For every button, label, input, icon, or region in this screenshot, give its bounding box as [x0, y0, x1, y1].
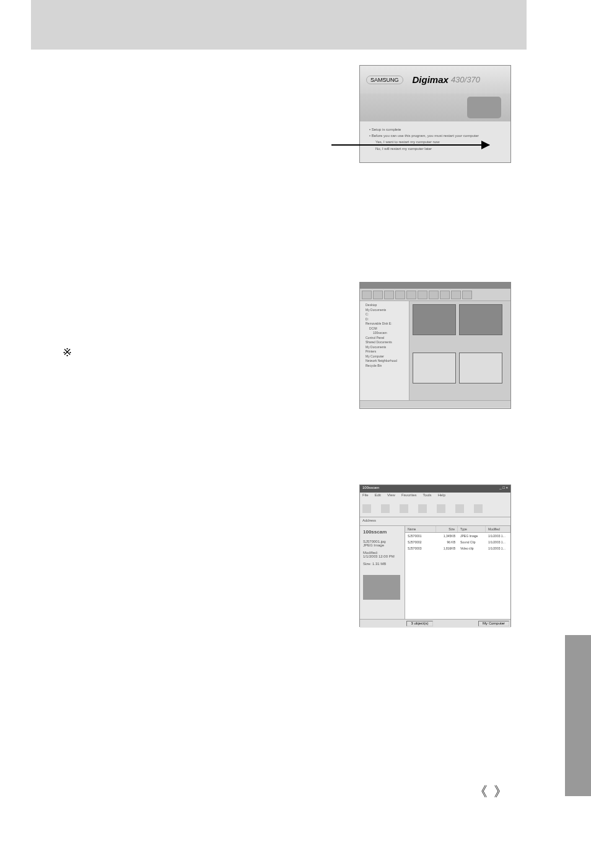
filelist-header: Name Size Type Modified: [405, 526, 510, 533]
header-bar: [31, 0, 527, 50]
installer-hero: [360, 94, 510, 121]
installer-subtext: • Before you can use this program, you m…: [369, 133, 501, 139]
viewer-tree: Desktop My Documents C: D: Removable Dis…: [360, 301, 409, 400]
window-controls: _ □ ×: [499, 486, 508, 492]
address-label: Address: [362, 519, 376, 522]
up-icon: [400, 504, 408, 513]
page-mark-right: 》: [494, 784, 514, 799]
reference-mark: ※: [63, 346, 72, 359]
file-size-cell: 1,345KB: [436, 533, 458, 538]
thumbnail: [459, 353, 502, 384]
tree-node: Desktop: [362, 303, 407, 308]
file-modified: 1/1/2003 12:00 PM: [363, 555, 401, 558]
explorer-filelist: Name Size Type Modified SJ570001 1,345KB…: [405, 526, 510, 619]
file-mod-cell: 1/1/2003 1...: [486, 546, 510, 551]
file-row: SJ570001 1,345KB JPEG Image 1/1/2003 1..…: [405, 533, 510, 539]
explorer-toolbar: [360, 500, 510, 517]
viewer-titlebar: [360, 283, 510, 289]
product-model: 430/370: [451, 75, 480, 84]
file-name: SJ570003: [405, 546, 436, 551]
col-type: Type: [458, 526, 486, 532]
tree-node: 100sscam: [362, 331, 407, 336]
file-type-cell: Sound Clip: [458, 540, 486, 545]
tree-node: Network Neighborhood: [362, 359, 407, 364]
thumbnail: [413, 304, 456, 335]
forward-icon: [381, 504, 390, 513]
file-mod-cell: 1/1/2003 1...: [486, 540, 510, 545]
tree-node: My Documents: [362, 345, 407, 350]
explorer-titlebar: 100sscam _ □ ×: [360, 485, 510, 493]
back-icon: [362, 504, 371, 513]
explorer-menubar: File Edit View Favorites Tools Help: [360, 493, 510, 500]
menu-item: View: [387, 493, 395, 499]
tree-node: D:: [362, 317, 407, 322]
tree-node: Printers: [362, 349, 407, 354]
col-size: Size: [436, 526, 458, 532]
toolbar-button: [451, 291, 461, 299]
toolbar-button: [406, 291, 416, 299]
menu-item: Help: [438, 493, 445, 499]
col-modified: Modified: [486, 526, 510, 532]
tree-node: C:: [362, 312, 407, 317]
file-row: SJ570002 96 KB Sound Clip 1/1/2003 1...: [405, 539, 510, 545]
file-row: SJ570003 1,816KB Video clip 1/1/2003 1..…: [405, 545, 510, 551]
file-size-label: Size:: [363, 562, 371, 566]
file-name: SJ570001: [405, 533, 436, 538]
toolbar-button: [373, 291, 383, 299]
brand-logo: SAMSUNG: [366, 76, 403, 84]
screenshot-viewer: Desktop My Documents C: D: Removable Dis…: [359, 282, 511, 409]
thumbnail: [413, 353, 456, 384]
file-name: SJ570002: [405, 540, 436, 545]
toolbar-button: [395, 291, 405, 299]
search-icon: [418, 504, 427, 513]
file-mod-cell: 1/1/2003 1...: [486, 533, 510, 538]
col-name: Name: [405, 526, 436, 532]
camera-icon: [467, 97, 501, 118]
views-icon: [474, 504, 483, 513]
file-type-cell: JPEG Image: [458, 533, 486, 538]
file-type: JPEG Image: [363, 543, 401, 547]
screenshot-explorer: 100sscam _ □ × File Edit View Favorites …: [359, 484, 511, 627]
side-tab: [565, 635, 591, 796]
explorer-sidepanel: 100sscam SJ570001.jpg JPEG Image Modifie…: [360, 526, 405, 619]
folders-icon: [437, 504, 445, 513]
installer-title: SAMSUNG Digimax 430/370: [360, 66, 510, 94]
file-type-cell: Video clip: [458, 546, 486, 551]
file-size-cell: 1,816KB: [436, 546, 458, 551]
menu-item: Edit: [375, 493, 381, 499]
tree-node: Control Panel: [362, 336, 407, 341]
file-size-cell: 96 KB: [436, 540, 458, 545]
viewer-toolbar: [360, 289, 510, 301]
installer-options: • Setup is complete • Before you can use…: [360, 121, 510, 157]
viewer-statusbar: [360, 400, 510, 408]
file-size: 1.31 MB: [372, 562, 386, 566]
toolbar-button: [440, 291, 450, 299]
explorer-title-text: 100sscam: [362, 486, 379, 492]
menu-item: Tools: [423, 493, 432, 499]
status-left: 3 object(s): [406, 621, 432, 626]
preview-thumbnail: [363, 575, 400, 600]
callout-arrow: [331, 144, 489, 146]
viewer-thumbnails: [409, 301, 510, 400]
toolbar-button: [418, 291, 427, 299]
page-mark-left: 《: [474, 784, 494, 799]
toolbar-button: [462, 291, 472, 299]
status-right: My Computer: [478, 621, 509, 626]
thumbnail: [459, 304, 502, 335]
explorer-addressbar: Address: [360, 517, 510, 526]
page-marks: 《》: [474, 783, 514, 801]
menu-item: Favorites: [401, 493, 417, 499]
tree-node: DCIM: [362, 327, 407, 331]
explorer-statusbar: 3 object(s) My Computer: [360, 619, 510, 628]
tree-node: My Computer: [362, 354, 407, 359]
history-icon: [455, 504, 464, 513]
toolbar-button: [429, 291, 439, 299]
product-name: Digimax: [413, 74, 449, 85]
tree-node: My Documents: [362, 308, 407, 313]
toolbar-button: [362, 291, 372, 299]
folder-name: 100sscam: [363, 529, 401, 535]
toolbar-button: [384, 291, 394, 299]
tree-node: Removable Disk E:: [362, 322, 407, 327]
tree-node: Shared Documents: [362, 340, 407, 345]
tree-node: Recycle Bin: [362, 364, 407, 369]
